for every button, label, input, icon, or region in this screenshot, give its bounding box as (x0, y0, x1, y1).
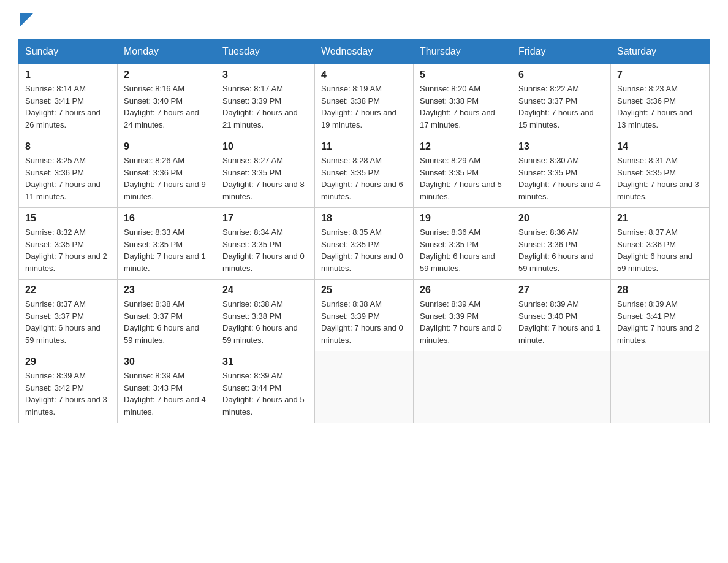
calendar-cell: 19 Sunrise: 8:36 AMSunset: 3:35 PMDaylig… (414, 208, 512, 280)
logo (18, 12, 33, 27)
calendar-cell: 16 Sunrise: 8:33 AMSunset: 3:35 PMDaylig… (118, 208, 216, 280)
calendar-cell: 14 Sunrise: 8:31 AMSunset: 3:35 PMDaylig… (611, 136, 710, 208)
calendar-cell: 28 Sunrise: 8:39 AMSunset: 3:41 PMDaylig… (611, 280, 710, 351)
calendar-cell: 22 Sunrise: 8:37 AMSunset: 3:37 PMDaylig… (19, 280, 118, 351)
calendar-cell: 23 Sunrise: 8:38 AMSunset: 3:37 PMDaylig… (118, 280, 216, 351)
calendar-cell: 5 Sunrise: 8:20 AMSunset: 3:38 PMDayligh… (414, 64, 512, 136)
calendar-header-wednesday: Wednesday (315, 40, 414, 64)
day-number: 2 (124, 69, 210, 80)
calendar-cell: 26 Sunrise: 8:39 AMSunset: 3:39 PMDaylig… (414, 280, 512, 351)
day-number: 3 (222, 69, 308, 80)
calendar-cell: 15 Sunrise: 8:32 AMSunset: 3:35 PMDaylig… (19, 208, 118, 280)
day-number: 19 (420, 213, 506, 224)
day-info: Sunrise: 8:36 AMSunset: 3:36 PMDaylight:… (518, 226, 604, 274)
calendar-cell: 3 Sunrise: 8:17 AMSunset: 3:39 PMDayligh… (216, 64, 315, 136)
calendar-cell: 30 Sunrise: 8:39 AMSunset: 3:43 PMDaylig… (118, 351, 216, 423)
day-info: Sunrise: 8:39 AMSunset: 3:40 PMDaylight:… (518, 298, 604, 346)
day-number: 5 (420, 69, 506, 80)
day-info: Sunrise: 8:37 AMSunset: 3:37 PMDaylight:… (25, 298, 111, 346)
day-number: 18 (321, 213, 407, 224)
calendar-cell: 21 Sunrise: 8:37 AMSunset: 3:36 PMDaylig… (611, 208, 710, 280)
calendar-cell: 20 Sunrise: 8:36 AMSunset: 3:36 PMDaylig… (512, 208, 611, 280)
day-number: 23 (124, 285, 210, 296)
calendar-cell: 9 Sunrise: 8:26 AMSunset: 3:36 PMDayligh… (118, 136, 216, 208)
calendar-cell: 31 Sunrise: 8:39 AMSunset: 3:44 PMDaylig… (216, 351, 315, 423)
calendar-cell: 13 Sunrise: 8:30 AMSunset: 3:35 PMDaylig… (512, 136, 611, 208)
calendar-header-tuesday: Tuesday (216, 40, 315, 64)
day-number: 8 (25, 141, 111, 152)
calendar-cell: 2 Sunrise: 8:16 AMSunset: 3:40 PMDayligh… (118, 64, 216, 136)
day-number: 29 (25, 356, 111, 367)
day-info: Sunrise: 8:39 AMSunset: 3:43 PMDaylight:… (124, 370, 210, 418)
day-info: Sunrise: 8:39 AMSunset: 3:39 PMDaylight:… (420, 298, 506, 346)
day-info: Sunrise: 8:29 AMSunset: 3:35 PMDaylight:… (420, 155, 506, 202)
page-header (18, 12, 710, 27)
day-number: 21 (617, 213, 703, 224)
day-number: 25 (321, 285, 407, 296)
svg-marker-0 (20, 13, 33, 27)
calendar-cell: 8 Sunrise: 8:25 AMSunset: 3:36 PMDayligh… (19, 136, 118, 208)
day-info: Sunrise: 8:33 AMSunset: 3:35 PMDaylight:… (124, 226, 210, 274)
day-number: 26 (420, 285, 506, 296)
calendar-table: SundayMondayTuesdayWednesdayThursdayFrid… (18, 39, 710, 423)
calendar-cell: 27 Sunrise: 8:39 AMSunset: 3:40 PMDaylig… (512, 280, 611, 351)
day-info: Sunrise: 8:38 AMSunset: 3:37 PMDaylight:… (124, 298, 210, 346)
day-info: Sunrise: 8:23 AMSunset: 3:36 PMDaylight:… (617, 83, 703, 131)
calendar-header-friday: Friday (512, 40, 611, 64)
calendar-header-saturday: Saturday (611, 40, 710, 64)
calendar-header-thursday: Thursday (414, 40, 512, 64)
calendar-week-row: 29 Sunrise: 8:39 AMSunset: 3:42 PMDaylig… (19, 351, 710, 423)
calendar-cell: 25 Sunrise: 8:38 AMSunset: 3:39 PMDaylig… (315, 280, 414, 351)
day-info: Sunrise: 8:35 AMSunset: 3:35 PMDaylight:… (321, 226, 407, 274)
day-info: Sunrise: 8:34 AMSunset: 3:35 PMDaylight:… (222, 226, 308, 274)
day-number: 17 (222, 213, 308, 224)
day-info: Sunrise: 8:27 AMSunset: 3:35 PMDaylight:… (222, 155, 308, 202)
calendar-cell: 29 Sunrise: 8:39 AMSunset: 3:42 PMDaylig… (19, 351, 118, 423)
calendar-cell: 10 Sunrise: 8:27 AMSunset: 3:35 PMDaylig… (216, 136, 315, 208)
calendar-cell: 17 Sunrise: 8:34 AMSunset: 3:35 PMDaylig… (216, 208, 315, 280)
day-info: Sunrise: 8:26 AMSunset: 3:36 PMDaylight:… (124, 155, 210, 202)
day-number: 4 (321, 69, 407, 80)
day-number: 27 (518, 285, 604, 296)
day-number: 6 (518, 69, 604, 80)
day-number: 13 (518, 141, 604, 152)
calendar-cell: 18 Sunrise: 8:35 AMSunset: 3:35 PMDaylig… (315, 208, 414, 280)
calendar-cell: 1 Sunrise: 8:14 AMSunset: 3:41 PMDayligh… (19, 64, 118, 136)
day-number: 20 (518, 213, 604, 224)
day-info: Sunrise: 8:39 AMSunset: 3:44 PMDaylight:… (222, 370, 308, 418)
day-number: 15 (25, 213, 111, 224)
calendar-cell (414, 351, 512, 423)
day-number: 16 (124, 213, 210, 224)
day-number: 12 (420, 141, 506, 152)
calendar-header-sunday: Sunday (19, 40, 118, 64)
calendar-header-monday: Monday (118, 40, 216, 64)
calendar-cell (611, 351, 710, 423)
calendar-cell: 4 Sunrise: 8:19 AMSunset: 3:38 PMDayligh… (315, 64, 414, 136)
calendar-cell (315, 351, 414, 423)
day-info: Sunrise: 8:31 AMSunset: 3:35 PMDaylight:… (617, 155, 703, 202)
day-info: Sunrise: 8:39 AMSunset: 3:41 PMDaylight:… (617, 298, 703, 346)
day-number: 11 (321, 141, 407, 152)
day-number: 30 (124, 356, 210, 367)
calendar-week-row: 15 Sunrise: 8:32 AMSunset: 3:35 PMDaylig… (19, 208, 710, 280)
day-number: 24 (222, 285, 308, 296)
day-info: Sunrise: 8:25 AMSunset: 3:36 PMDaylight:… (25, 155, 111, 202)
day-info: Sunrise: 8:19 AMSunset: 3:38 PMDaylight:… (321, 83, 407, 131)
day-number: 10 (222, 141, 308, 152)
calendar-cell: 12 Sunrise: 8:29 AMSunset: 3:35 PMDaylig… (414, 136, 512, 208)
day-info: Sunrise: 8:20 AMSunset: 3:38 PMDaylight:… (420, 83, 506, 131)
day-info: Sunrise: 8:22 AMSunset: 3:37 PMDaylight:… (518, 83, 604, 131)
day-number: 31 (222, 356, 308, 367)
calendar-week-row: 22 Sunrise: 8:37 AMSunset: 3:37 PMDaylig… (19, 280, 710, 351)
day-info: Sunrise: 8:30 AMSunset: 3:35 PMDaylight:… (518, 155, 604, 202)
day-info: Sunrise: 8:38 AMSunset: 3:38 PMDaylight:… (222, 298, 308, 346)
day-info: Sunrise: 8:39 AMSunset: 3:42 PMDaylight:… (25, 370, 111, 418)
calendar-cell (512, 351, 611, 423)
day-number: 1 (25, 69, 111, 80)
day-info: Sunrise: 8:37 AMSunset: 3:36 PMDaylight:… (617, 226, 703, 274)
day-number: 7 (617, 69, 703, 80)
calendar-week-row: 8 Sunrise: 8:25 AMSunset: 3:36 PMDayligh… (19, 136, 710, 208)
day-info: Sunrise: 8:16 AMSunset: 3:40 PMDaylight:… (124, 83, 210, 131)
day-number: 14 (617, 141, 703, 152)
day-info: Sunrise: 8:32 AMSunset: 3:35 PMDaylight:… (25, 226, 111, 274)
